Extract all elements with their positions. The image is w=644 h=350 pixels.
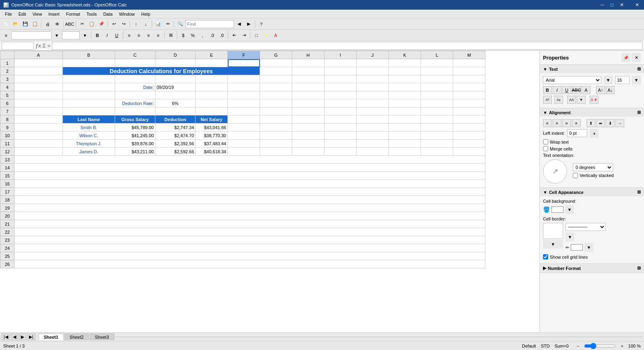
- cell-h2[interactable]: [292, 67, 324, 75]
- sheet-tab-3[interactable]: Sheet3: [90, 334, 114, 340]
- cell-b10[interactable]: Wilson C.: [63, 132, 115, 140]
- cell-m2[interactable]: [453, 67, 485, 75]
- cell-d8[interactable]: Deduction: [155, 115, 196, 124]
- cell-a2[interactable]: [14, 67, 63, 75]
- cell-b1[interactable]: [63, 59, 115, 67]
- cell-g3[interactable]: [260, 75, 292, 83]
- sigma-icon[interactable]: Σ: [43, 43, 46, 49]
- cell-e3[interactable]: [196, 75, 228, 83]
- open-button[interactable]: 📂: [11, 20, 20, 29]
- cell-c3[interactable]: [115, 75, 155, 83]
- cell-l2[interactable]: [421, 67, 453, 75]
- cell-m9[interactable]: [453, 124, 485, 132]
- cell-b9[interactable]: Smith B.: [63, 124, 115, 132]
- cell-f9[interactable]: [228, 124, 260, 132]
- prop-valign-other-btn[interactable]: →: [615, 119, 624, 127]
- cell-c7[interactable]: [115, 107, 155, 115]
- cell-b12[interactable]: James D.: [63, 148, 115, 156]
- prop-bold-button[interactable]: B: [543, 86, 552, 94]
- prop-subscript-button[interactable]: A₂: [554, 96, 563, 104]
- new-button[interactable]: 📄: [2, 20, 10, 29]
- row-header-19[interactable]: 19: [0, 204, 14, 212]
- align-right-button[interactable]: ≡: [144, 31, 153, 40]
- cell-h4[interactable]: [292, 83, 324, 91]
- prop-underline-button[interactable]: U: [562, 86, 571, 94]
- percent-button[interactable]: %: [188, 31, 197, 40]
- prop-font-size-dropdown[interactable]: ▼: [632, 76, 641, 84]
- cell-a11[interactable]: [14, 140, 63, 148]
- menu-edit[interactable]: Edit: [15, 11, 29, 17]
- prop-border-style-btn[interactable]: ▼: [566, 233, 574, 241]
- cell-i10[interactable]: [324, 132, 357, 140]
- prop-valign-middle-btn[interactable]: ⬅: [596, 119, 605, 127]
- currency-button[interactable]: $: [179, 31, 188, 40]
- cell-i2[interactable]: [324, 67, 357, 75]
- cell-f5[interactable]: [228, 91, 260, 99]
- font-color-button[interactable]: A: [271, 31, 280, 40]
- prop-section-text-header[interactable]: ▼ Text ⊞: [540, 65, 644, 73]
- prop-bg-color-dropdown[interactable]: ▼: [565, 205, 574, 214]
- cell-e6[interactable]: [196, 99, 228, 107]
- align-justify-button[interactable]: ≡: [154, 31, 163, 40]
- cell-i8[interactable]: [324, 115, 357, 124]
- save-as-button[interactable]: 📋: [31, 20, 39, 29]
- cut-button[interactable]: ✂: [78, 20, 87, 29]
- cell-b5[interactable]: [63, 91, 115, 99]
- cell-j9[interactable]: [357, 124, 389, 132]
- tab-next-button[interactable]: ▶: [19, 334, 26, 340]
- border-button[interactable]: □: [252, 31, 261, 40]
- menu-help[interactable]: Help: [138, 11, 154, 17]
- zoom-in-button[interactable]: +: [618, 342, 627, 350]
- cell-m8[interactable]: [453, 115, 485, 124]
- cell-m4[interactable]: [453, 83, 485, 91]
- cell-i7[interactable]: [324, 107, 357, 115]
- cell-l11[interactable]: [421, 140, 453, 148]
- cell-l7[interactable]: [421, 107, 453, 115]
- cell-c1[interactable]: [115, 59, 155, 67]
- cell-b4[interactable]: [63, 83, 115, 91]
- cell-k6[interactable]: [389, 99, 421, 107]
- row-header-8[interactable]: 8: [0, 115, 14, 124]
- font-name-dropdown[interactable]: ▼: [52, 31, 61, 40]
- row-header-2[interactable]: 2: [0, 67, 14, 75]
- cell-j2[interactable]: [357, 67, 389, 75]
- cell-b2-merged[interactable]: Deduction Calculations for Employees: [63, 67, 260, 75]
- cell-f6[interactable]: [228, 99, 260, 107]
- prop-border-box[interactable]: [543, 223, 563, 239]
- prop-orientation-select[interactable]: 0 degrees: [573, 163, 613, 171]
- cell-d9[interactable]: $2,747.34: [155, 124, 196, 132]
- row-header-7[interactable]: 7: [0, 107, 14, 115]
- col-header-l[interactable]: L: [421, 51, 453, 59]
- close-button[interactable]: ✕: [618, 2, 625, 8]
- chart-button[interactable]: 📊: [154, 20, 163, 29]
- row-header-23[interactable]: 23: [0, 236, 14, 244]
- prop-font-select[interactable]: Arial: [543, 76, 601, 84]
- cell-k3[interactable]: [389, 75, 421, 83]
- cell-e7[interactable]: [196, 107, 228, 115]
- cell-a7[interactable]: [14, 107, 63, 115]
- cell-c12[interactable]: $43,211.00: [115, 148, 155, 156]
- cell-a5[interactable]: [14, 91, 63, 99]
- cell-e4[interactable]: [196, 83, 228, 91]
- bold-button[interactable]: B: [93, 31, 102, 40]
- cell-g6[interactable]: [260, 99, 292, 107]
- maximize-button[interactable]: □: [609, 2, 615, 8]
- prop-border-color-swatch[interactable]: [571, 244, 583, 251]
- cell-l8[interactable]: [421, 115, 453, 124]
- cell-g8[interactable]: [260, 115, 292, 124]
- app-close-button[interactable]: ✕: [634, 2, 641, 8]
- cell-g9[interactable]: [260, 124, 292, 132]
- cell-k9[interactable]: [389, 124, 421, 132]
- cell-h8[interactable]: [292, 115, 324, 124]
- cell-k11[interactable]: [389, 140, 421, 148]
- cell-f7[interactable]: [228, 107, 260, 115]
- col-header-k[interactable]: K: [389, 51, 421, 59]
- cell-d4[interactable]: 09/20/19: [155, 83, 196, 91]
- cell-f8[interactable]: [228, 115, 260, 124]
- cell-f11[interactable]: [228, 140, 260, 148]
- cell-f1[interactable]: [228, 59, 260, 67]
- row-header-6[interactable]: 6: [0, 99, 14, 107]
- cell-i6[interactable]: [324, 99, 357, 107]
- cell-d5[interactable]: [155, 91, 196, 99]
- cell-c4[interactable]: Date:: [115, 83, 155, 91]
